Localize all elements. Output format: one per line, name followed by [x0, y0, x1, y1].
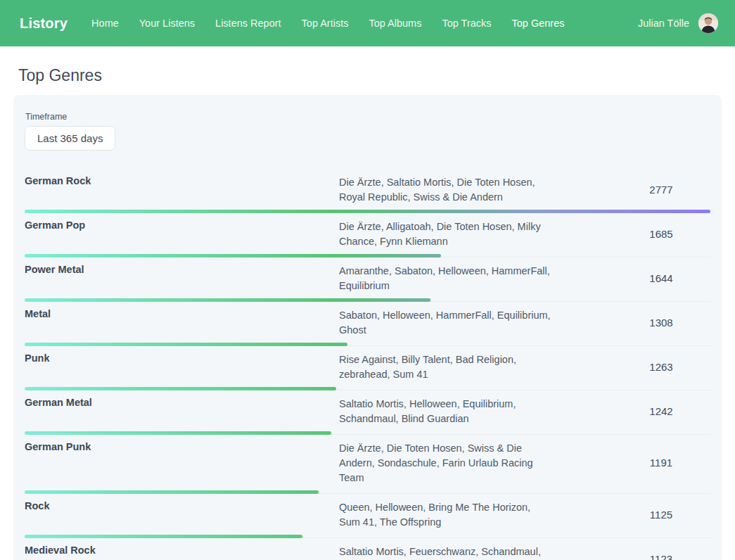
- genre-top-artists: Die Ärzte, Die Toten Hosen, Swiss & Die …: [339, 440, 551, 485]
- app-logo[interactable]: Listory: [20, 15, 68, 32]
- genre-name: Medieval Rock: [25, 543, 339, 560]
- genre-top-artists: Saltatio Mortis, Feuerschwanz, Schandmau…: [339, 543, 551, 560]
- genre-name: German Metal: [25, 395, 339, 426]
- genre-top-artists: Die Ärzte, Alligatoah, Die Toten Hosen, …: [339, 218, 551, 249]
- genre-listen-count: 1263: [649, 361, 672, 373]
- user-menu[interactable]: Julian Tölle: [638, 13, 718, 33]
- timeframe-label: Timeframe: [25, 112, 710, 122]
- nav-item-your-listens[interactable]: Your Listens: [139, 18, 195, 29]
- timeframe-select[interactable]: Last 365 days: [25, 126, 115, 151]
- nav-item-top-artists[interactable]: Top Artists: [302, 18, 349, 29]
- main-nav: HomeYour ListensListens ReportTop Artist…: [91, 18, 584, 29]
- avatar-photo-icon: [698, 13, 718, 33]
- genre-name: German Rock: [25, 174, 339, 205]
- genre-name: Rock: [25, 499, 339, 530]
- genre-top-artists: Amaranthe, Sabaton, Helloween, HammerFal…: [339, 262, 551, 293]
- nav-item-top-tracks[interactable]: Top Tracks: [442, 18, 491, 29]
- genre-listen-count: 1123: [650, 553, 672, 560]
- genre-name: Metal: [25, 307, 339, 338]
- nav-item-home[interactable]: Home: [91, 18, 119, 29]
- genre-listen-count: 2777: [649, 184, 672, 196]
- nav-item-listens-report[interactable]: Listens Report: [215, 18, 281, 29]
- genre-row: Punk Rise Against, Billy Talent, Bad Rel…: [25, 346, 710, 390]
- genre-listen-count: 1125: [650, 509, 672, 521]
- genre-row: Power Metal Amaranthe, Sabaton, Hellowee…: [25, 257, 710, 302]
- genre-name: Power Metal: [25, 262, 339, 293]
- genre-name: German Pop: [25, 218, 339, 249]
- top-genres-panel: Timeframe Last 365 days German Rock Die …: [13, 95, 722, 560]
- page-title: Top Genres: [18, 66, 722, 85]
- genre-listen-count: 1685: [649, 228, 672, 240]
- nav-item-top-albums[interactable]: Top Albums: [369, 18, 421, 29]
- genre-listen-count: 1191: [650, 457, 672, 469]
- genre-row: Medieval Rock Saltatio Mortis, Feuerschw…: [25, 538, 710, 560]
- genre-top-artists: Saltatio Mortis, Helloween, Equilibrium,…: [339, 395, 551, 426]
- genre-row: German Rock Die Ärzte, Saltatio Mortis, …: [25, 169, 710, 213]
- genre-listen-count: 1644: [649, 272, 672, 284]
- nav-item-top-genres[interactable]: Top Genres: [512, 18, 565, 29]
- genre-listen-count: 1242: [649, 405, 672, 417]
- user-name: Julian Tölle: [638, 18, 689, 29]
- genre-top-artists: Die Ärzte, Saltatio Mortis, Die Toten Ho…: [339, 174, 551, 205]
- genre-list: German Rock Die Ärzte, Saltatio Mortis, …: [25, 169, 710, 560]
- genre-top-artists: Sabaton, Helloween, HammerFall, Equilibr…: [339, 307, 551, 338]
- genre-row: Metal Sabaton, Helloween, HammerFall, Eq…: [25, 302, 710, 346]
- genre-listen-count: 1308: [649, 317, 672, 329]
- user-avatar[interactable]: [698, 13, 718, 33]
- genre-top-artists: Rise Against, Billy Talent, Bad Religion…: [339, 351, 551, 382]
- genre-row: German Pop Die Ärzte, Alligatoah, Die To…: [25, 213, 710, 257]
- genre-name: German Punk: [25, 440, 339, 485]
- page-content: Top Genres Timeframe Last 365 days Germa…: [0, 46, 735, 560]
- app-header: Listory HomeYour ListensListens ReportTo…: [0, 0, 735, 46]
- genre-name: Punk: [25, 351, 339, 382]
- genre-row: German Metal Saltatio Mortis, Helloween,…: [25, 390, 710, 435]
- genre-row: Rock Queen, Helloween, Bring Me The Hori…: [25, 494, 710, 538]
- genre-top-artists: Queen, Helloween, Bring Me The Horizon, …: [339, 499, 551, 530]
- genre-row: German Punk Die Ärzte, Die Toten Hosen, …: [25, 435, 710, 494]
